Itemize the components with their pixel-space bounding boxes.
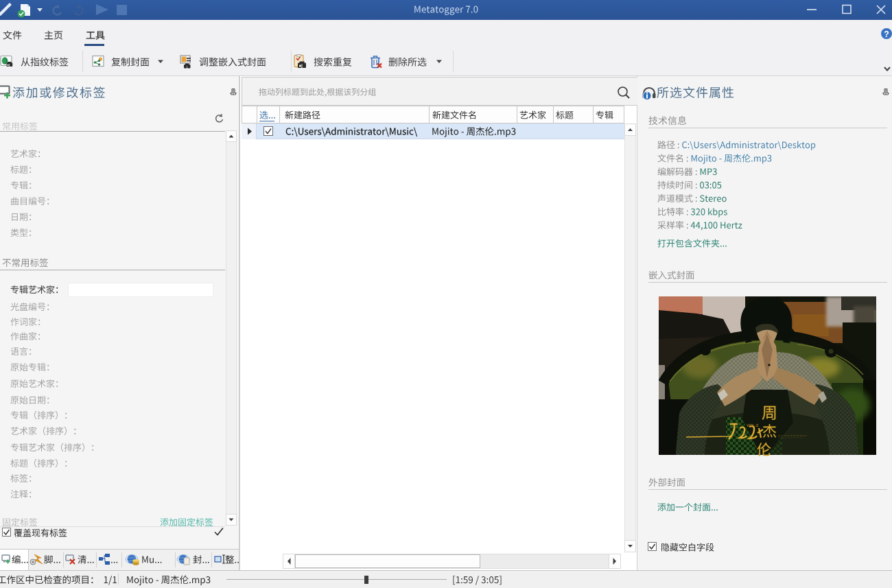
- svg-text:?: ?: [884, 30, 889, 39]
- svg-text:VOL:2: VOL:2: [747, 423, 759, 427]
